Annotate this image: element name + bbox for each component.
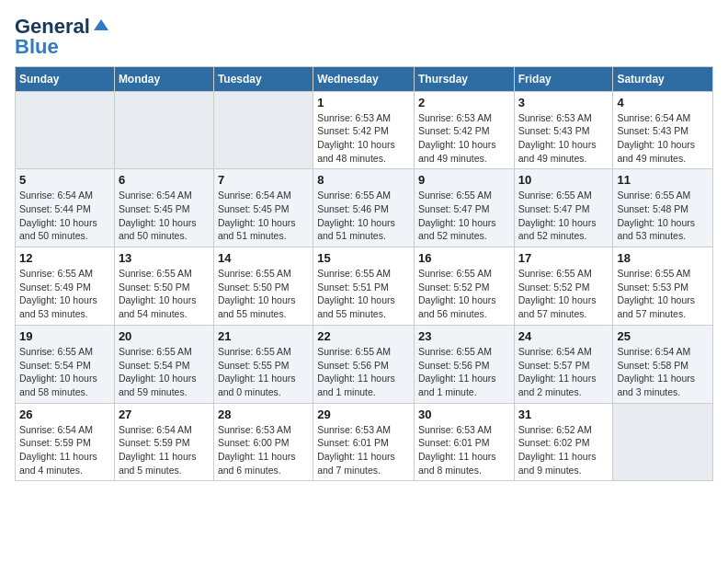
day-info: Sunrise: 6:55 AM Sunset: 5:50 PM Dayligh…: [218, 267, 309, 321]
calendar-cell: 17Sunrise: 6:55 AM Sunset: 5:52 PM Dayli…: [514, 247, 613, 326]
logo: General Blue: [15, 15, 110, 55]
calendar-cell: 23Sunrise: 6:55 AM Sunset: 5:56 PM Dayli…: [414, 325, 514, 403]
day-info: Sunrise: 6:53 AM Sunset: 6:01 PM Dayligh…: [317, 423, 410, 477]
calendar-cell: 30Sunrise: 6:53 AM Sunset: 6:01 PM Dayli…: [414, 403, 514, 481]
day-number: 25: [617, 329, 709, 343]
day-number: 5: [19, 173, 110, 187]
calendar-cell: 7Sunrise: 6:54 AM Sunset: 5:45 PM Daylig…: [213, 169, 313, 247]
day-info: Sunrise: 6:55 AM Sunset: 5:47 PM Dayligh…: [518, 189, 609, 243]
calendar-cell: 12Sunrise: 6:55 AM Sunset: 5:49 PM Dayli…: [16, 247, 115, 326]
calendar-cell: 20Sunrise: 6:55 AM Sunset: 5:54 PM Dayli…: [114, 325, 213, 403]
day-number: 18: [617, 251, 709, 265]
day-number: 10: [518, 173, 609, 187]
calendar-week-row: 19Sunrise: 6:55 AM Sunset: 5:54 PM Dayli…: [16, 325, 713, 403]
calendar-cell: 10Sunrise: 6:55 AM Sunset: 5:47 PM Dayli…: [514, 169, 613, 247]
calendar-header-row: SundayMondayTuesdayWednesdayThursdayFrid…: [16, 66, 713, 91]
day-header-thursday: Thursday: [414, 66, 514, 91]
day-info: Sunrise: 6:55 AM Sunset: 5:51 PM Dayligh…: [317, 267, 410, 321]
calendar-table: SundayMondayTuesdayWednesdayThursdayFrid…: [15, 66, 713, 482]
day-number: 9: [418, 173, 510, 187]
day-info: Sunrise: 6:53 AM Sunset: 5:43 PM Dayligh…: [518, 111, 609, 166]
calendar-cell: 2Sunrise: 6:53 AM Sunset: 5:42 PM Daylig…: [414, 91, 514, 169]
day-info: Sunrise: 6:55 AM Sunset: 5:54 PM Dayligh…: [119, 345, 210, 399]
day-info: Sunrise: 6:55 AM Sunset: 5:52 PM Dayligh…: [418, 267, 510, 321]
day-number: 15: [317, 251, 410, 265]
day-number: 29: [317, 408, 410, 421]
day-number: 16: [418, 251, 510, 265]
day-header-wednesday: Wednesday: [313, 66, 415, 91]
calendar-cell: 14Sunrise: 6:55 AM Sunset: 5:50 PM Dayli…: [213, 247, 313, 326]
day-info: Sunrise: 6:52 AM Sunset: 6:02 PM Dayligh…: [518, 423, 609, 477]
calendar-cell: 15Sunrise: 6:55 AM Sunset: 5:51 PM Dayli…: [313, 247, 415, 326]
day-number: 30: [418, 408, 510, 421]
day-number: 26: [19, 408, 110, 421]
calendar-cell: [213, 91, 313, 169]
calendar-week-row: 12Sunrise: 6:55 AM Sunset: 5:49 PM Dayli…: [16, 247, 713, 326]
day-info: Sunrise: 6:55 AM Sunset: 5:56 PM Dayligh…: [418, 345, 510, 399]
day-info: Sunrise: 6:54 AM Sunset: 5:45 PM Dayligh…: [119, 189, 210, 243]
day-info: Sunrise: 6:55 AM Sunset: 5:56 PM Dayligh…: [317, 345, 410, 399]
logo-blue: Blue: [15, 39, 59, 55]
day-number: 28: [218, 408, 309, 421]
calendar-cell: 16Sunrise: 6:55 AM Sunset: 5:52 PM Dayli…: [414, 247, 514, 326]
day-info: Sunrise: 6:53 AM Sunset: 5:42 PM Dayligh…: [317, 111, 410, 166]
page-header: General Blue: [15, 15, 713, 55]
calendar-cell: 24Sunrise: 6:54 AM Sunset: 5:57 PM Dayli…: [514, 325, 613, 403]
calendar-cell: 29Sunrise: 6:53 AM Sunset: 6:01 PM Dayli…: [313, 403, 415, 481]
day-info: Sunrise: 6:55 AM Sunset: 5:49 PM Dayligh…: [19, 267, 110, 321]
day-number: 17: [518, 251, 609, 265]
day-info: Sunrise: 6:55 AM Sunset: 5:46 PM Dayligh…: [317, 189, 410, 243]
calendar-cell: 27Sunrise: 6:54 AM Sunset: 5:59 PM Dayli…: [114, 403, 213, 481]
calendar-cell: 18Sunrise: 6:55 AM Sunset: 5:53 PM Dayli…: [613, 247, 713, 326]
day-info: Sunrise: 6:54 AM Sunset: 5:43 PM Dayligh…: [617, 111, 709, 166]
day-info: Sunrise: 6:55 AM Sunset: 5:50 PM Dayligh…: [119, 267, 210, 321]
day-header-tuesday: Tuesday: [213, 66, 313, 91]
day-info: Sunrise: 6:53 AM Sunset: 5:42 PM Dayligh…: [418, 111, 510, 166]
calendar-cell: 28Sunrise: 6:53 AM Sunset: 6:00 PM Dayli…: [213, 403, 313, 481]
day-number: 27: [119, 408, 210, 421]
calendar-cell: 13Sunrise: 6:55 AM Sunset: 5:50 PM Dayli…: [114, 247, 213, 326]
day-number: 21: [218, 329, 309, 343]
day-number: 1: [317, 96, 410, 109]
calendar-cell: [613, 403, 713, 481]
calendar-week-row: 26Sunrise: 6:54 AM Sunset: 5:59 PM Dayli…: [16, 403, 713, 481]
calendar-cell: 8Sunrise: 6:55 AM Sunset: 5:46 PM Daylig…: [313, 169, 415, 247]
day-header-monday: Monday: [114, 66, 213, 91]
day-info: Sunrise: 6:55 AM Sunset: 5:55 PM Dayligh…: [218, 345, 309, 399]
day-info: Sunrise: 6:55 AM Sunset: 5:53 PM Dayligh…: [617, 267, 709, 321]
calendar-week-row: 1Sunrise: 6:53 AM Sunset: 5:42 PM Daylig…: [16, 91, 713, 169]
day-number: 14: [218, 251, 309, 265]
calendar-cell: 21Sunrise: 6:55 AM Sunset: 5:55 PM Dayli…: [213, 325, 313, 403]
calendar-cell: 11Sunrise: 6:55 AM Sunset: 5:48 PM Dayli…: [613, 169, 713, 247]
day-number: 11: [617, 173, 709, 187]
day-info: Sunrise: 6:54 AM Sunset: 5:44 PM Dayligh…: [19, 189, 110, 243]
day-header-sunday: Sunday: [16, 66, 115, 91]
calendar-cell: 3Sunrise: 6:53 AM Sunset: 5:43 PM Daylig…: [514, 91, 613, 169]
day-header-friday: Friday: [514, 66, 613, 91]
calendar-cell: [114, 91, 213, 169]
calendar-cell: 31Sunrise: 6:52 AM Sunset: 6:02 PM Dayli…: [514, 403, 613, 481]
day-number: 19: [19, 329, 110, 343]
day-number: 7: [218, 173, 309, 187]
calendar-cell: 25Sunrise: 6:54 AM Sunset: 5:58 PM Dayli…: [613, 325, 713, 403]
calendar-cell: 19Sunrise: 6:55 AM Sunset: 5:54 PM Dayli…: [16, 325, 115, 403]
day-number: 2: [418, 96, 510, 109]
day-number: 13: [119, 251, 210, 265]
svg-marker-0: [94, 19, 108, 30]
day-info: Sunrise: 6:54 AM Sunset: 5:59 PM Dayligh…: [19, 423, 110, 477]
logo-icon: [92, 17, 110, 36]
day-info: Sunrise: 6:53 AM Sunset: 6:01 PM Dayligh…: [418, 423, 510, 477]
day-number: 3: [518, 96, 609, 109]
calendar-cell: 9Sunrise: 6:55 AM Sunset: 5:47 PM Daylig…: [414, 169, 514, 247]
day-number: 24: [518, 329, 609, 343]
day-info: Sunrise: 6:53 AM Sunset: 6:00 PM Dayligh…: [218, 423, 309, 477]
calendar-cell: 1Sunrise: 6:53 AM Sunset: 5:42 PM Daylig…: [313, 91, 415, 169]
calendar-cell: 26Sunrise: 6:54 AM Sunset: 5:59 PM Dayli…: [16, 403, 115, 481]
day-info: Sunrise: 6:54 AM Sunset: 5:45 PM Dayligh…: [218, 189, 309, 243]
day-info: Sunrise: 6:55 AM Sunset: 5:54 PM Dayligh…: [19, 345, 110, 399]
day-info: Sunrise: 6:54 AM Sunset: 5:58 PM Dayligh…: [617, 345, 709, 399]
day-header-saturday: Saturday: [613, 66, 713, 91]
day-number: 31: [518, 408, 609, 421]
day-number: 23: [418, 329, 510, 343]
day-number: 20: [119, 329, 210, 343]
